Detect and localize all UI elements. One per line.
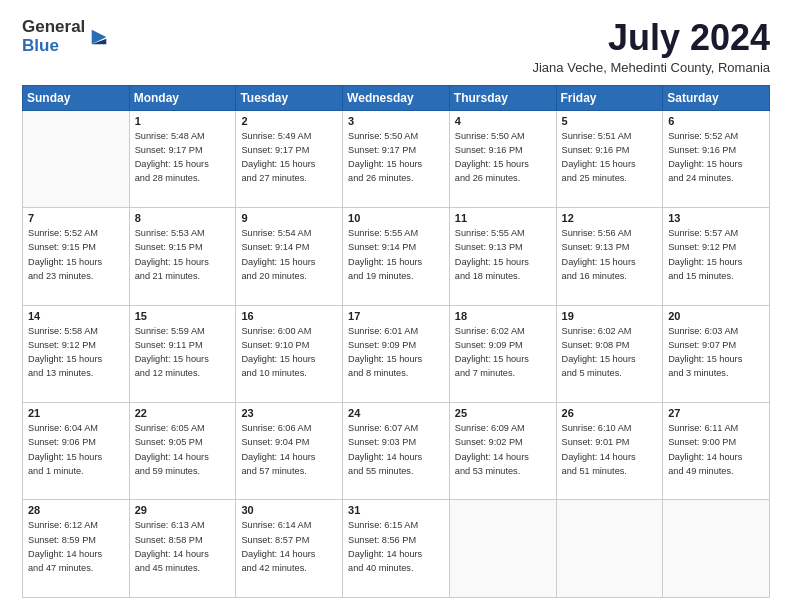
day-number: 30 <box>241 504 337 516</box>
sun-info: Sunrise: 6:12 AMSunset: 8:59 PMDaylight:… <box>28 518 124 575</box>
calendar-header-tuesday: Tuesday <box>236 85 343 110</box>
day-number: 1 <box>135 115 231 127</box>
sun-info: Sunrise: 6:07 AMSunset: 9:03 PMDaylight:… <box>348 421 444 478</box>
header: General Blue July 2024 Jiana Veche, Mehe… <box>22 18 770 75</box>
day-number: 9 <box>241 212 337 224</box>
sun-info: Sunrise: 5:48 AMSunset: 9:17 PMDaylight:… <box>135 129 231 186</box>
day-number: 13 <box>668 212 764 224</box>
calendar-cell <box>556 500 663 598</box>
calendar-cell: 30Sunrise: 6:14 AMSunset: 8:57 PMDayligh… <box>236 500 343 598</box>
calendar-header-monday: Monday <box>129 85 236 110</box>
calendar-week-3: 21Sunrise: 6:04 AMSunset: 9:06 PMDayligh… <box>23 403 770 500</box>
sun-info: Sunrise: 6:04 AMSunset: 9:06 PMDaylight:… <box>28 421 124 478</box>
location: Jiana Veche, Mehedinti County, Romania <box>532 60 770 75</box>
calendar-cell: 4Sunrise: 5:50 AMSunset: 9:16 PMDaylight… <box>449 110 556 207</box>
calendar-cell: 22Sunrise: 6:05 AMSunset: 9:05 PMDayligh… <box>129 403 236 500</box>
month-title: July 2024 <box>532 18 770 58</box>
calendar-cell: 23Sunrise: 6:06 AMSunset: 9:04 PMDayligh… <box>236 403 343 500</box>
logo-blue: Blue <box>22 37 85 56</box>
calendar-cell <box>449 500 556 598</box>
calendar-cell: 24Sunrise: 6:07 AMSunset: 9:03 PMDayligh… <box>343 403 450 500</box>
day-number: 8 <box>135 212 231 224</box>
calendar-cell: 2Sunrise: 5:49 AMSunset: 9:17 PMDaylight… <box>236 110 343 207</box>
logo-icon <box>88 26 110 48</box>
day-number: 4 <box>455 115 551 127</box>
day-number: 14 <box>28 310 124 322</box>
sun-info: Sunrise: 6:02 AMSunset: 9:08 PMDaylight:… <box>562 324 658 381</box>
sun-info: Sunrise: 5:49 AMSunset: 9:17 PMDaylight:… <box>241 129 337 186</box>
sun-info: Sunrise: 5:55 AMSunset: 9:13 PMDaylight:… <box>455 226 551 283</box>
day-number: 28 <box>28 504 124 516</box>
sun-info: Sunrise: 5:53 AMSunset: 9:15 PMDaylight:… <box>135 226 231 283</box>
logo-text: General Blue <box>22 18 85 55</box>
calendar-header-saturday: Saturday <box>663 85 770 110</box>
calendar-cell: 7Sunrise: 5:52 AMSunset: 9:15 PMDaylight… <box>23 208 130 305</box>
calendar-cell <box>663 500 770 598</box>
calendar-cell: 6Sunrise: 5:52 AMSunset: 9:16 PMDaylight… <box>663 110 770 207</box>
sun-info: Sunrise: 5:52 AMSunset: 9:16 PMDaylight:… <box>668 129 764 186</box>
day-number: 15 <box>135 310 231 322</box>
day-number: 23 <box>241 407 337 419</box>
calendar-cell: 14Sunrise: 5:58 AMSunset: 9:12 PMDayligh… <box>23 305 130 402</box>
day-number: 27 <box>668 407 764 419</box>
sun-info: Sunrise: 6:11 AMSunset: 9:00 PMDaylight:… <box>668 421 764 478</box>
calendar-cell: 8Sunrise: 5:53 AMSunset: 9:15 PMDaylight… <box>129 208 236 305</box>
calendar-cell: 18Sunrise: 6:02 AMSunset: 9:09 PMDayligh… <box>449 305 556 402</box>
day-number: 6 <box>668 115 764 127</box>
sun-info: Sunrise: 5:56 AMSunset: 9:13 PMDaylight:… <box>562 226 658 283</box>
calendar-cell: 12Sunrise: 5:56 AMSunset: 9:13 PMDayligh… <box>556 208 663 305</box>
sun-info: Sunrise: 5:50 AMSunset: 9:16 PMDaylight:… <box>455 129 551 186</box>
calendar-header-sunday: Sunday <box>23 85 130 110</box>
calendar-cell: 1Sunrise: 5:48 AMSunset: 9:17 PMDaylight… <box>129 110 236 207</box>
day-number: 26 <box>562 407 658 419</box>
calendar-cell: 31Sunrise: 6:15 AMSunset: 8:56 PMDayligh… <box>343 500 450 598</box>
day-number: 11 <box>455 212 551 224</box>
day-number: 21 <box>28 407 124 419</box>
calendar-header-wednesday: Wednesday <box>343 85 450 110</box>
logo-general: General <box>22 18 85 37</box>
page: General Blue July 2024 Jiana Veche, Mehe… <box>0 0 792 612</box>
calendar-cell: 21Sunrise: 6:04 AMSunset: 9:06 PMDayligh… <box>23 403 130 500</box>
calendar-cell: 17Sunrise: 6:01 AMSunset: 9:09 PMDayligh… <box>343 305 450 402</box>
calendar-header-thursday: Thursday <box>449 85 556 110</box>
sun-info: Sunrise: 6:01 AMSunset: 9:09 PMDaylight:… <box>348 324 444 381</box>
day-number: 2 <box>241 115 337 127</box>
calendar-cell: 19Sunrise: 6:02 AMSunset: 9:08 PMDayligh… <box>556 305 663 402</box>
calendar-cell: 16Sunrise: 6:00 AMSunset: 9:10 PMDayligh… <box>236 305 343 402</box>
sun-info: Sunrise: 6:09 AMSunset: 9:02 PMDaylight:… <box>455 421 551 478</box>
calendar-cell: 25Sunrise: 6:09 AMSunset: 9:02 PMDayligh… <box>449 403 556 500</box>
day-number: 29 <box>135 504 231 516</box>
day-number: 18 <box>455 310 551 322</box>
calendar-cell: 26Sunrise: 6:10 AMSunset: 9:01 PMDayligh… <box>556 403 663 500</box>
calendar-cell: 27Sunrise: 6:11 AMSunset: 9:00 PMDayligh… <box>663 403 770 500</box>
sun-info: Sunrise: 6:10 AMSunset: 9:01 PMDaylight:… <box>562 421 658 478</box>
sun-info: Sunrise: 5:58 AMSunset: 9:12 PMDaylight:… <box>28 324 124 381</box>
calendar-week-4: 28Sunrise: 6:12 AMSunset: 8:59 PMDayligh… <box>23 500 770 598</box>
sun-info: Sunrise: 6:02 AMSunset: 9:09 PMDaylight:… <box>455 324 551 381</box>
day-number: 7 <box>28 212 124 224</box>
day-number: 10 <box>348 212 444 224</box>
day-number: 25 <box>455 407 551 419</box>
calendar-header-friday: Friday <box>556 85 663 110</box>
calendar-cell: 13Sunrise: 5:57 AMSunset: 9:12 PMDayligh… <box>663 208 770 305</box>
sun-info: Sunrise: 5:50 AMSunset: 9:17 PMDaylight:… <box>348 129 444 186</box>
calendar-week-1: 7Sunrise: 5:52 AMSunset: 9:15 PMDaylight… <box>23 208 770 305</box>
calendar-header-row: SundayMondayTuesdayWednesdayThursdayFrid… <box>23 85 770 110</box>
title-block: July 2024 Jiana Veche, Mehedinti County,… <box>532 18 770 75</box>
calendar-cell: 28Sunrise: 6:12 AMSunset: 8:59 PMDayligh… <box>23 500 130 598</box>
sun-info: Sunrise: 6:14 AMSunset: 8:57 PMDaylight:… <box>241 518 337 575</box>
calendar-cell: 15Sunrise: 5:59 AMSunset: 9:11 PMDayligh… <box>129 305 236 402</box>
sun-info: Sunrise: 6:03 AMSunset: 9:07 PMDaylight:… <box>668 324 764 381</box>
calendar-cell: 29Sunrise: 6:13 AMSunset: 8:58 PMDayligh… <box>129 500 236 598</box>
sun-info: Sunrise: 6:00 AMSunset: 9:10 PMDaylight:… <box>241 324 337 381</box>
day-number: 5 <box>562 115 658 127</box>
sun-info: Sunrise: 5:51 AMSunset: 9:16 PMDaylight:… <box>562 129 658 186</box>
day-number: 3 <box>348 115 444 127</box>
calendar-week-0: 1Sunrise: 5:48 AMSunset: 9:17 PMDaylight… <box>23 110 770 207</box>
sun-info: Sunrise: 6:06 AMSunset: 9:04 PMDaylight:… <box>241 421 337 478</box>
sun-info: Sunrise: 5:55 AMSunset: 9:14 PMDaylight:… <box>348 226 444 283</box>
day-number: 12 <box>562 212 658 224</box>
sun-info: Sunrise: 5:52 AMSunset: 9:15 PMDaylight:… <box>28 226 124 283</box>
sun-info: Sunrise: 5:57 AMSunset: 9:12 PMDaylight:… <box>668 226 764 283</box>
calendar-cell: 10Sunrise: 5:55 AMSunset: 9:14 PMDayligh… <box>343 208 450 305</box>
